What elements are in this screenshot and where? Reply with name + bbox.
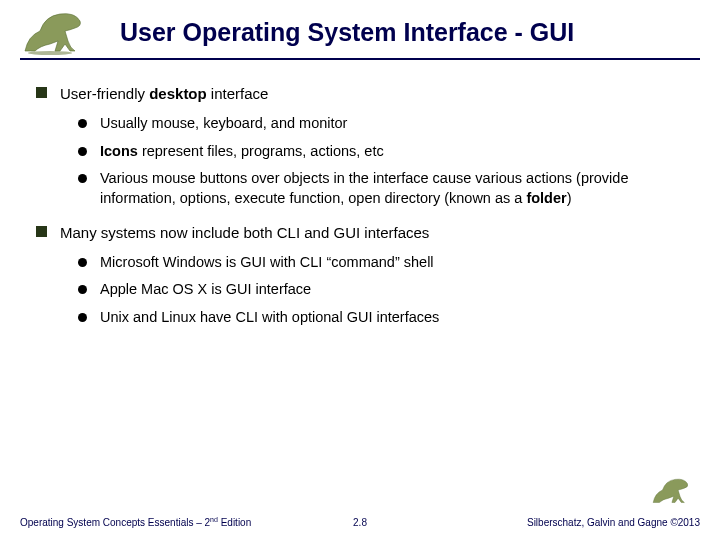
dinosaur-small-icon [650, 474, 700, 510]
bullet-bold: folder [526, 190, 566, 206]
slide-footer: Operating System Concepts Essentials – 2… [0, 508, 720, 528]
bullet-text: Many systems now include both CLI and GU… [60, 224, 429, 241]
footer-text: Operating System Concepts Essentials – 2 [20, 517, 210, 528]
bullet-text: Usually mouse, keyboard, and monitor [100, 115, 347, 131]
footer-left: Operating System Concepts Essentials – 2… [20, 516, 251, 528]
bullet-level2: Icons represent files, programs, actions… [74, 142, 690, 162]
slide-title: User Operating System Interface - GUI [120, 18, 574, 47]
bullet-text: ) [567, 190, 572, 206]
slide: User Operating System Interface - GUI Us… [0, 0, 720, 540]
bullet-level1: User-friendly desktop interface [30, 84, 690, 104]
slide-header: User Operating System Interface - GUI [0, 0, 720, 70]
bullet-text: represent files, programs, actions, etc [138, 143, 384, 159]
bullet-text: Unix and Linux have CLI with optional GU… [100, 309, 439, 325]
bullet-text: User-friendly [60, 85, 149, 102]
bullet-bold: desktop [149, 85, 207, 102]
footer-sup: nd [210, 516, 218, 523]
bullet-level2: Apple Mac OS X is GUI interface [74, 280, 690, 300]
bullet-level1: Many systems now include both CLI and GU… [30, 223, 690, 243]
footer-text: Edition [218, 517, 251, 528]
svg-point-0 [28, 51, 72, 55]
bullet-text: Apple Mac OS X is GUI interface [100, 281, 311, 297]
bullet-level2: Various mouse buttons over objects in th… [74, 169, 690, 208]
dinosaur-icon [20, 6, 100, 60]
bullet-level2: Unix and Linux have CLI with optional GU… [74, 308, 690, 328]
footer-copyright: Silberschatz, Galvin and Gagne ©2013 [527, 517, 700, 528]
title-underline [20, 58, 700, 60]
bullet-level2: Microsoft Windows is GUI with CLI “comma… [74, 253, 690, 273]
slide-body: User-friendly desktop interface Usually … [30, 84, 690, 335]
bullet-level2: Usually mouse, keyboard, and monitor [74, 114, 690, 134]
bullet-bold: Icons [100, 143, 138, 159]
bullet-text: interface [207, 85, 269, 102]
bullet-text: Microsoft Windows is GUI with CLI “comma… [100, 254, 434, 270]
footer-page-number: 2.8 [353, 517, 367, 528]
